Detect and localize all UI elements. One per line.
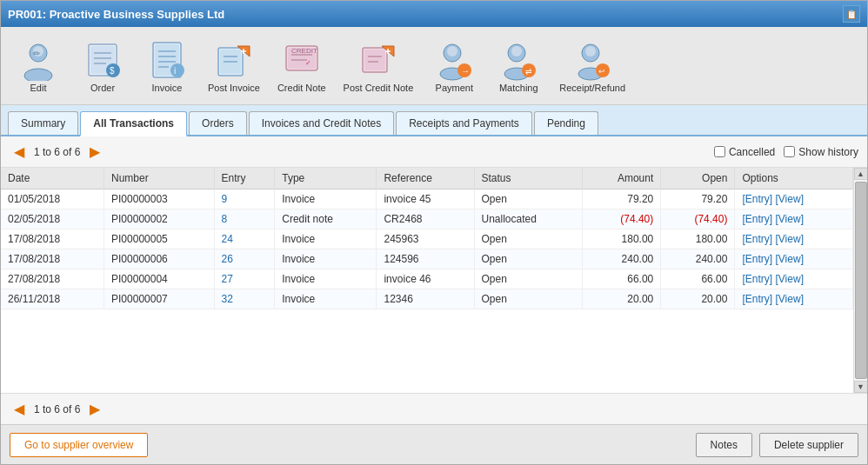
show-history-label: Show history	[798, 146, 858, 158]
cell-entry[interactable]: 24	[214, 229, 275, 249]
cell-date: 17/08/2018	[1, 229, 104, 249]
cancelled-checkbox[interactable]	[714, 146, 725, 157]
cell-amount: 79.20	[582, 189, 660, 209]
col-date: Date	[1, 168, 104, 189]
cell-number: PI00000003	[104, 189, 215, 209]
invoice-label: Invoice	[152, 83, 183, 93]
table-scroll[interactable]: Date Number Entry Type Reference Status …	[1, 168, 853, 393]
entry-link[interactable]: [Entry]	[742, 193, 772, 205]
svg-text:CREDIT: CREDIT	[291, 47, 317, 55]
prev-arrow[interactable]: ◀	[10, 143, 29, 162]
entry-link[interactable]: [Entry]	[742, 293, 772, 305]
show-history-checkbox-label[interactable]: Show history	[784, 146, 858, 158]
next-arrow[interactable]: ▶	[85, 143, 104, 162]
col-open: Open	[661, 168, 735, 189]
view-link[interactable]: [View]	[776, 193, 804, 205]
cell-type: Invoice	[275, 289, 377, 309]
pagination-left: ◀ 1 to 6 of 6 ▶	[10, 143, 104, 162]
show-history-checkbox[interactable]	[784, 146, 795, 157]
entry-link[interactable]: [Entry]	[742, 233, 772, 245]
post-credit-note-button[interactable]: Post Credit Note	[337, 36, 421, 96]
title-bar: PR001: Proactive Business Supplies Ltd 📋	[1, 1, 867, 27]
cell-date: 27/08/2018	[1, 269, 104, 289]
cell-entry[interactable]: 9	[214, 189, 275, 209]
svg-text:i: i	[174, 66, 176, 76]
post-invoice-button[interactable]: Post Invoice	[201, 36, 267, 96]
cell-type: Invoice	[275, 269, 377, 289]
col-amount: Amount	[582, 168, 660, 189]
view-link[interactable]: [View]	[776, 293, 804, 305]
svg-text:→: →	[461, 66, 470, 76]
cell-type: Invoice	[275, 229, 377, 249]
tabs-bar: Summary All Transactions Orders Invoices…	[1, 105, 867, 136]
view-link[interactable]: [View]	[776, 233, 804, 245]
view-link[interactable]: [View]	[776, 253, 804, 265]
scroll-thumb[interactable]	[855, 182, 867, 379]
tab-pending[interactable]: Pending	[534, 111, 598, 135]
svg-text:✓: ✓	[305, 59, 311, 67]
tab-all-transactions[interactable]: All Transactions	[80, 111, 187, 136]
cell-entry[interactable]: 27	[214, 269, 275, 289]
cancelled-checkbox-label[interactable]: Cancelled	[714, 146, 775, 158]
table-row: 17/08/2018 PI00000006 26 Invoice 124596 …	[1, 249, 853, 269]
content-area: ◀ 1 to 6 of 6 ▶ Cancelled Show history	[1, 136, 867, 424]
view-link[interactable]: [View]	[776, 213, 804, 225]
tab-orders[interactable]: Orders	[189, 111, 247, 135]
receipt-refund-icon: ↩	[571, 39, 613, 81]
matching-button[interactable]: ⇌ Matching	[488, 36, 549, 96]
scroll-down-arrow[interactable]: ▼	[854, 381, 868, 393]
post-invoice-icon	[213, 39, 255, 81]
cell-entry[interactable]: 8	[214, 209, 275, 229]
notes-button[interactable]: Notes	[696, 433, 752, 457]
bottom-pagination-left: ◀ 1 to 6 of 6 ▶	[10, 400, 104, 419]
col-number: Number	[104, 168, 215, 189]
cell-number: PI00000006	[104, 249, 215, 269]
scroll-up-arrow[interactable]: ▲	[854, 168, 868, 180]
svg-text:✏: ✏	[33, 49, 41, 58]
order-label: Order	[90, 83, 115, 93]
matching-icon: ⇌	[497, 39, 539, 81]
cell-type: Credit note	[275, 209, 377, 229]
view-link[interactable]: [View]	[776, 273, 804, 285]
svg-point-46	[511, 46, 522, 56]
cell-open: 240.00	[661, 249, 735, 269]
table-row: 27/08/2018 PI00000004 27 Invoice invoice…	[1, 269, 853, 289]
svg-point-41	[447, 46, 457, 56]
bottom-page-info: 1 to 6 of 6	[34, 403, 80, 415]
tab-summary[interactable]: Summary	[8, 111, 78, 135]
svg-text:↩: ↩	[598, 67, 605, 76]
cell-date: 17/08/2018	[1, 249, 104, 269]
payment-button[interactable]: → Payment	[424, 36, 484, 96]
invoice-button[interactable]: i Invoice	[137, 36, 197, 96]
receipt-refund-button[interactable]: ↩ Receipt/Refund	[552, 36, 632, 96]
entry-link[interactable]: [Entry]	[742, 273, 772, 285]
order-button[interactable]: $ Order	[72, 36, 133, 96]
bottom-next-arrow[interactable]: ▶	[85, 400, 104, 419]
cell-open: 180.00	[661, 229, 735, 249]
cell-entry[interactable]: 26	[214, 249, 275, 269]
delete-supplier-button[interactable]: Delete supplier	[759, 433, 858, 457]
toolbar: ✏ Edit $ Order	[1, 27, 867, 105]
cell-status: Unallocated	[474, 209, 582, 229]
entry-link[interactable]: [Entry]	[742, 253, 772, 265]
tab-receipts-payments[interactable]: Receipts and Payments	[396, 111, 532, 135]
cell-entry[interactable]: 32	[214, 289, 275, 309]
bottom-pagination-bar: ◀ 1 to 6 of 6 ▶	[1, 393, 867, 424]
go-to-supplier-button[interactable]: Go to supplier overview	[10, 433, 148, 457]
window-icon: 📋	[843, 5, 860, 23]
cell-options: [Entry] [View]	[735, 189, 853, 209]
bottom-prev-arrow[interactable]: ◀	[10, 400, 29, 419]
cell-open: 79.20	[661, 189, 735, 209]
cell-reference: CR2468	[377, 209, 474, 229]
tab-invoices-credit-notes[interactable]: Invoices and Credit Notes	[249, 111, 394, 135]
edit-icon: ✏	[17, 39, 59, 81]
credit-note-button[interactable]: CREDIT ✓ Credit Note	[270, 36, 333, 96]
order-icon: $	[82, 39, 124, 81]
edit-button[interactable]: ✏ Edit	[8, 36, 69, 96]
cell-amount: (74.40)	[582, 209, 660, 229]
cell-open: 66.00	[661, 269, 735, 289]
entry-link[interactable]: [Entry]	[742, 213, 772, 225]
cell-amount: 180.00	[582, 229, 660, 249]
cell-date: 26/11/2018	[1, 289, 104, 309]
cell-status: Open	[474, 269, 582, 289]
